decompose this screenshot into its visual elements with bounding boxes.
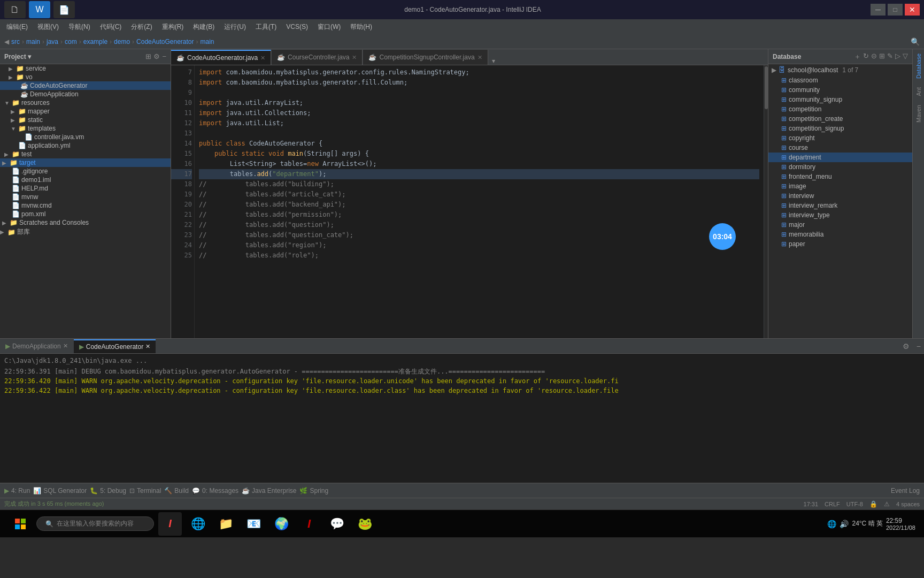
breadcrumb-class[interactable]: CodeAutoGenerator (136, 38, 194, 45)
bottom-tab-codeautogenerator[interactable]: ▶ CodeAutoGenerator ✕ (74, 339, 156, 353)
breadcrumb-com[interactable]: com (65, 38, 77, 45)
editor-tab-competitionsignup[interactable]: ☕ CompetitionSignupController.java ✕ (363, 50, 488, 65)
taskbar-icon-chrome[interactable]: 🌍 (270, 512, 293, 536)
tab-overflow-btn[interactable]: ▾ (489, 57, 498, 65)
settings-icon[interactable]: ⚙ (899, 342, 913, 351)
db-table-copyright[interactable]: ⊞ copyright (768, 133, 912, 143)
tree-item-applicationyml[interactable]: 📄 application.yml (0, 141, 171, 150)
tree-item-pomxml[interactable]: 📄 pom.xml (0, 210, 171, 218)
debug-btn[interactable]: 🐛 5: Debug (90, 487, 126, 495)
taskbar-icon-idea2[interactable]: I (297, 512, 321, 536)
tree-item-demo1iml[interactable]: 📄 demo1.iml (0, 176, 171, 184)
db-refresh-icon[interactable]: ↻ (863, 52, 869, 62)
side-strip-database[interactable]: Database (914, 49, 923, 83)
breadcrumb-example[interactable]: example (83, 38, 107, 45)
tree-item-service[interactable]: ▶ 📁 service (0, 64, 171, 73)
menu-item-edit[interactable]: 编辑(E) (2, 21, 32, 33)
menu-item-build[interactable]: 构建(B) (189, 21, 219, 33)
db-table-competition-create[interactable]: ⊞ competition_create (768, 114, 912, 124)
editor-tab-coursecontroller[interactable]: ☕ CourseController.java ✕ (272, 50, 363, 65)
breadcrumb-java[interactable]: java (47, 38, 58, 45)
tray-speaker-icon[interactable]: 🔊 (840, 520, 849, 528)
menu-item-help[interactable]: 帮助(H) (346, 21, 376, 33)
sql-generator-btn[interactable]: 📊 SQL Generator (33, 487, 87, 495)
minimize-panel-icon[interactable]: − (913, 342, 924, 351)
db-table-interview-type[interactable]: ⊞ interview_type (768, 210, 912, 220)
db-disconnect-icon[interactable]: ⊝ (871, 52, 877, 62)
code-editor[interactable]: import com.baomidou.mybatisplus.generato… (195, 65, 764, 338)
win-search-box[interactable]: 🔍 在这里输入你要搜索的内容 (36, 516, 154, 531)
nav-back-icon[interactable]: ◀ (4, 38, 9, 45)
tab-close-btn[interactable]: ✕ (145, 343, 150, 350)
tree-item-codeautogenerator[interactable]: ☕ CodeAutoGenerator (0, 81, 171, 90)
db-connection[interactable]: ▶ 🗄 school@localhost 1 of 7 (768, 64, 912, 75)
run-btn[interactable]: ▶ 4: Run (4, 487, 30, 495)
taskbar-icon-other[interactable]: 🐸 (353, 512, 376, 536)
db-console-icon[interactable]: ▷ (895, 52, 900, 62)
db-table-classroom[interactable]: ⊞ classroom (768, 75, 912, 85)
db-table-competition-signup[interactable]: ⊞ competition_signup (768, 124, 912, 133)
tree-item-vo[interactable]: ▶ 📁 vo (0, 73, 171, 81)
db-table-memorabilia[interactable]: ⊞ memorabilia (768, 230, 912, 239)
taskbar-icon-wechat[interactable]: 💬 (325, 512, 349, 536)
build-btn[interactable]: 🔨 Build (164, 487, 189, 495)
side-strip-maven[interactable]: Maven (914, 101, 923, 127)
maximize-button[interactable]: □ (888, 4, 903, 16)
win-start-button[interactable] (9, 512, 32, 536)
close-button[interactable]: ✕ (905, 4, 920, 16)
taskbar-icon-intellij[interactable]: I (158, 512, 182, 536)
tab-close-btn[interactable]: ✕ (352, 54, 357, 61)
menu-item-nav[interactable]: 导航(N) (64, 21, 95, 33)
bottom-tab-demoapplication[interactable]: ▶ DemoApplication ✕ (0, 339, 73, 353)
tree-item-scratches[interactable]: ▶ 📁 Scratches and Consoles (0, 218, 171, 227)
menu-item-analyze[interactable]: 分析(Z) (127, 21, 156, 33)
breadcrumb-method[interactable]: main (201, 38, 214, 45)
taskbar-icon-explorer[interactable]: 📁 (214, 512, 237, 536)
editor-tab-codeautogenerator[interactable]: ☕ CodeAutoGenerator.java ✕ (171, 50, 271, 65)
panel-icon-gear[interactable]: ⚙ (153, 52, 160, 60)
db-table-paper[interactable]: ⊞ paper (768, 239, 912, 249)
editor-scrollbar[interactable] (764, 65, 768, 338)
tree-item-target[interactable]: ▶ 📁 target (0, 158, 171, 167)
tab-close-btn[interactable]: ✕ (260, 55, 265, 62)
db-table-course[interactable]: ⊞ course (768, 143, 912, 153)
db-table-frontend-menu[interactable]: ⊞ frontend_menu (768, 172, 912, 181)
taskbar-icon-edge[interactable]: 🌐 (186, 512, 210, 536)
side-strip-ant[interactable]: Ant (914, 83, 923, 101)
db-table-image[interactable]: ⊞ image (768, 181, 912, 191)
status-charset[interactable]: UTF-8 (846, 501, 863, 507)
tree-item-helpmd[interactable]: 📄 HELP.md (0, 184, 171, 193)
db-table-department[interactable]: ⊞ department (768, 153, 912, 162)
search-everywhere-icon[interactable]: 🔍 (911, 37, 920, 46)
menu-item-code[interactable]: 代码(C) (96, 21, 126, 33)
minimize-button[interactable]: ─ (871, 4, 886, 16)
tree-item-test[interactable]: ▶ 📁 test (0, 150, 171, 158)
terminal-btn[interactable]: ⊡ Terminal (129, 487, 161, 495)
breadcrumb-demo[interactable]: demo (114, 38, 130, 45)
tree-item-mvnw[interactable]: 📄 mvnw (0, 193, 171, 201)
breadcrumb-main[interactable]: main (26, 38, 40, 45)
db-edit-icon[interactable]: ✎ (887, 52, 893, 62)
menu-item-window[interactable]: 窗口(W) (313, 21, 345, 33)
db-table-dormitory[interactable]: ⊞ dormitory (768, 162, 912, 172)
menu-item-tools[interactable]: 工具(T) (251, 21, 281, 33)
taskbar-app-3[interactable]: 📄 (53, 1, 75, 18)
tree-item-static[interactable]: ▶ 📁 static (0, 116, 171, 124)
tree-item-templates[interactable]: ▼ 📁 templates (0, 124, 171, 133)
db-table-interview[interactable]: ⊞ interview (768, 191, 912, 201)
tree-item-gitignore[interactable]: 📄 .gitignore (0, 167, 171, 176)
db-table-major[interactable]: ⊞ major (768, 220, 912, 230)
tree-item-mapper[interactable]: ▶ 📁 mapper (0, 107, 171, 116)
panel-icon-minimize[interactable]: − (162, 52, 166, 60)
db-table-community-signup[interactable]: ⊞ community_signup (768, 95, 912, 104)
breadcrumb-src[interactable]: src (11, 38, 20, 45)
tab-close-btn[interactable]: ✕ (63, 343, 68, 349)
db-table-interview-remark[interactable]: ⊞ interview_remark (768, 201, 912, 210)
taskbar-app-1[interactable]: 🗋 (4, 1, 26, 18)
messages-btn[interactable]: 💬 0: Messages (192, 487, 238, 495)
menu-item-vcs[interactable]: VCS(S) (282, 22, 312, 32)
menu-item-run[interactable]: 运行(U) (220, 21, 250, 33)
status-crlf[interactable]: CRLF (825, 501, 840, 507)
db-filter-icon[interactable]: ▽ (903, 52, 908, 62)
status-position[interactable]: 17:31 (804, 501, 819, 507)
